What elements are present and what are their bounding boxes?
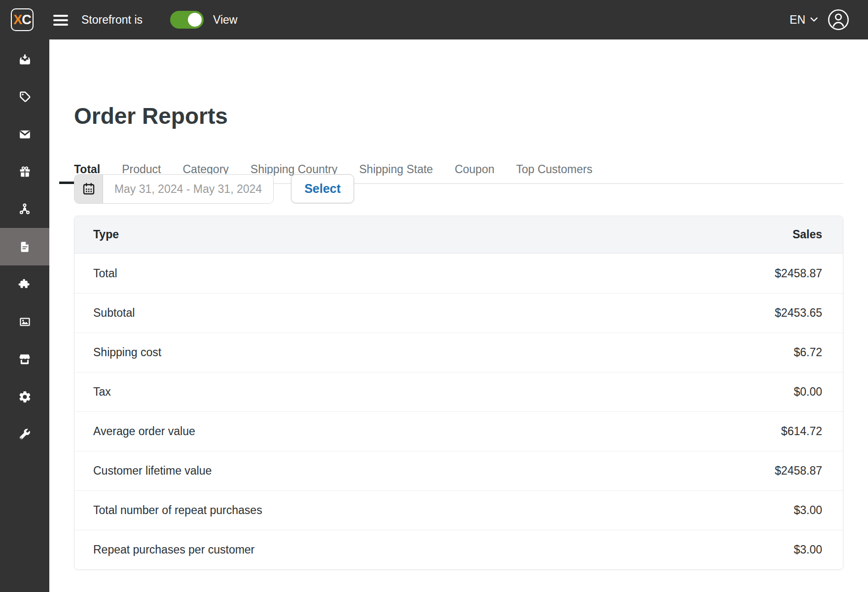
sidebar-item-promotions[interactable] (0, 153, 49, 190)
sidebar-item-reports[interactable] (0, 228, 49, 265)
table-row: Total $2458.87 (74, 254, 843, 293)
inbox-icon (18, 53, 32, 66)
row-value: $2453.65 (775, 306, 822, 320)
store-icon (18, 352, 32, 366)
calendar-button[interactable] (74, 175, 103, 203)
table-row: Subtotal $2453.65 (74, 293, 843, 333)
sidebar-item-sales-channels[interactable] (0, 190, 49, 228)
row-label: Average order value (93, 425, 195, 438)
row-label: Total number of repeat purchases (93, 504, 262, 517)
row-value: $2458.87 (775, 464, 822, 478)
sidebar-item-store-setup[interactable] (0, 340, 49, 378)
sidebar-item-content[interactable] (0, 303, 49, 340)
row-value: $0.00 (794, 385, 822, 399)
column-header-type: Type (93, 228, 119, 241)
storefront-toggle[interactable] (170, 11, 204, 29)
row-label: Shipping cost (93, 346, 161, 359)
row-value: $614.72 (781, 425, 822, 438)
toggle-knob (188, 13, 202, 27)
main-content: Order Reports Total Product Category Shi… (49, 39, 868, 592)
image-icon (18, 315, 32, 329)
sidebar-item-catalog[interactable] (0, 78, 49, 115)
hamburger-menu-icon[interactable] (53, 15, 68, 26)
logo-letter-c: C (22, 12, 31, 28)
sidebar-item-modules[interactable] (0, 265, 49, 303)
wrench-icon (18, 428, 32, 441)
storefront-status-label: Storefront is (81, 0, 143, 39)
row-value: $3.00 (794, 504, 822, 517)
tag-icon (18, 90, 32, 104)
share-nodes-icon (18, 202, 32, 216)
tab-top-customers[interactable]: Top Customers (516, 163, 592, 176)
row-label: Customer lifetime value (93, 464, 212, 478)
table-header-row: Type Sales (74, 216, 843, 254)
sidebar-item-maintenance[interactable] (0, 415, 49, 453)
table-row: Average order value $614.72 (74, 411, 843, 451)
table-row: Repeat purchases per customer $3.00 (74, 530, 843, 569)
language-code: EN (790, 13, 805, 27)
column-header-sales: Sales (793, 228, 822, 241)
row-value: $6.72 (794, 346, 822, 359)
xc-logo[interactable]: XC (11, 8, 34, 31)
row-label: Tax (93, 385, 111, 399)
table-row: Tax $0.00 (74, 372, 843, 411)
puzzle-icon (18, 277, 32, 291)
report-table: Type Sales Total $2458.87 Subtotal $2453… (74, 216, 843, 570)
row-value: $2458.87 (775, 267, 822, 280)
row-value: $3.00 (794, 543, 822, 556)
top-bar: XC Storefront is View EN (0, 0, 868, 39)
tab-shipping-state[interactable]: Shipping State (359, 163, 433, 176)
storefront-view-link[interactable]: View (213, 0, 237, 39)
topbar-right-group: EN (790, 0, 849, 39)
sidebar-item-orders[interactable] (0, 40, 49, 78)
gift-icon (18, 165, 32, 179)
sidebar-nav (0, 39, 49, 592)
page-title: Order Reports (74, 103, 228, 129)
date-range-picker (74, 174, 274, 204)
sidebar-item-mail[interactable] (0, 115, 49, 153)
chevron-down-icon (810, 17, 818, 22)
row-label: Total (93, 267, 117, 280)
select-button[interactable]: Select (291, 174, 354, 203)
date-range-input[interactable] (103, 175, 273, 203)
tab-coupon[interactable]: Coupon (455, 163, 495, 176)
file-icon (18, 240, 32, 254)
sidebar-item-settings[interactable] (0, 378, 49, 415)
table-row: Total number of repeat purchases $3.00 (74, 490, 843, 530)
gear-icon (18, 390, 32, 404)
calendar-icon (81, 182, 96, 196)
row-label: Repeat purchases per customer (93, 543, 254, 556)
table-row: Customer lifetime value $2458.87 (74, 451, 843, 490)
envelope-icon (18, 128, 32, 141)
table-row: Shipping cost $6.72 (74, 333, 843, 372)
row-label: Subtotal (93, 306, 135, 320)
user-avatar-icon[interactable] (828, 9, 849, 31)
logo-letter-x: X (13, 12, 22, 28)
language-selector[interactable]: EN (790, 13, 818, 27)
